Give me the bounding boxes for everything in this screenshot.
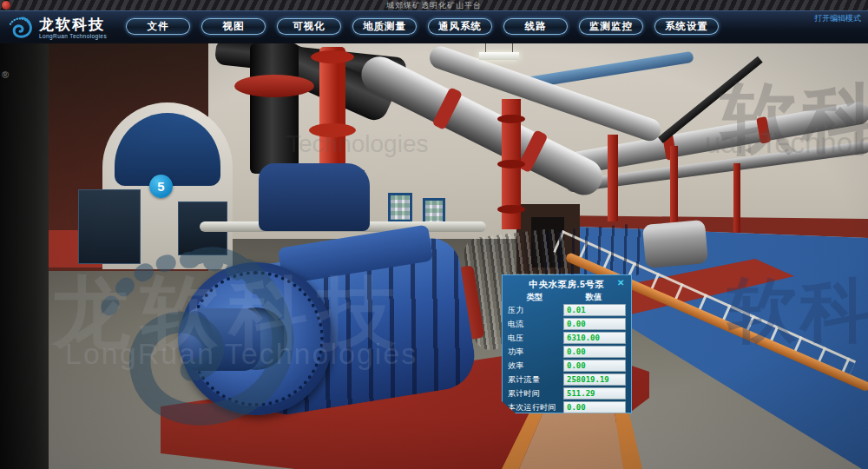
row-value: 6310.00 <box>563 332 626 344</box>
row-value: 0.01 <box>563 304 626 316</box>
pump-info-panel: 中央水泵房.5号泵 ✕ 类型 数值 压力 0.01 电流 0.00 电压 631… <box>502 274 632 413</box>
red-flange <box>234 75 314 97</box>
wall-control-board <box>423 198 445 224</box>
window-title: 城郊煤矿透明化矿山平台 <box>386 0 482 10</box>
title-bar: 城郊煤矿透明化矿山平台 <box>0 0 868 10</box>
row-label: 本次运行时间 <box>508 402 563 413</box>
ceiling-lamp <box>479 52 519 60</box>
scene-3d-viewport[interactable]: ® 软科技 uan Technologies 软科技 Technologies … <box>0 43 868 469</box>
pump-badge-5[interactable]: 5 <box>149 175 173 198</box>
table-row: 功率 0.00 <box>508 345 626 359</box>
column-header-value: 数值 <box>562 292 626 303</box>
close-icon[interactable]: ✕ <box>617 279 625 287</box>
column-header-type: 类型 <box>508 292 562 303</box>
red-flange <box>311 50 354 63</box>
menu-button-visualization[interactable]: 可视化 <box>277 18 341 35</box>
brand-subtitle: LongRuan Technologies <box>39 33 107 39</box>
red-pipe-vertical <box>733 163 740 233</box>
table-row: 累计流量 258019.19 <box>508 373 626 386</box>
row-value: 0.00 <box>563 346 626 358</box>
distant-motor <box>642 220 708 268</box>
menu-button-monitoring[interactable]: 监测监控 <box>579 18 643 35</box>
row-value: 258019.19 <box>563 373 626 386</box>
table-row: 电流 0.00 <box>508 317 626 331</box>
table-row: 本次运行时间 0.00 <box>508 400 626 414</box>
row-label: 累计流量 <box>508 374 563 386</box>
row-label: 效率 <box>508 360 563 372</box>
row-value: 0.00 <box>563 318 626 330</box>
red-pipe-vertical <box>502 99 521 229</box>
row-value: 511.29 <box>563 387 626 400</box>
scene-arch-navy-panel <box>115 113 220 186</box>
brand-logo: 龙软科技 LongRuan Technologies <box>5 13 107 43</box>
panel-title-row: 中央水泵房.5号泵 ✕ <box>508 278 626 292</box>
black-pipe-vertical <box>250 43 299 174</box>
menu-button-lines[interactable]: 线路 <box>503 18 568 35</box>
row-value: 0.00 <box>563 401 626 413</box>
wall-control-board <box>388 193 412 222</box>
panel-header-row: 类型 数值 <box>508 292 626 303</box>
dragon-logo-icon <box>5 13 35 43</box>
menu-button-ventilation-system[interactable]: 通风系统 <box>428 18 492 35</box>
table-row: 电压 6310.00 <box>508 331 626 345</box>
menu-button-geological-survey[interactable]: 地质测量 <box>352 18 417 35</box>
menu-button-system-settings[interactable]: 系统设置 <box>654 18 719 35</box>
menu-button-file[interactable]: 文件 <box>126 18 190 35</box>
red-flange <box>309 123 356 137</box>
table-row: 效率 0.00 <box>508 359 626 373</box>
watermark-top-en: Technologies <box>286 130 428 158</box>
open-edit-mode-link[interactable]: 打开编辑模式 <box>814 13 861 24</box>
dragon-watermark <box>61 213 321 468</box>
brand-name: 龙软科技 <box>39 17 107 33</box>
red-dragon-icon <box>2 1 10 10</box>
table-row: 累计时间 511.29 <box>508 386 626 400</box>
menu-bar: 龙软科技 LongRuan Technologies 文件 视图 可视化 地质测… <box>0 10 868 43</box>
row-label: 功率 <box>508 347 563 358</box>
row-label: 压力 <box>508 305 563 316</box>
app-window: 城郊煤矿透明化矿山平台 龙软科技 LongRuan Technologies 文… <box>0 0 868 469</box>
red-pipe-vertical <box>670 146 678 226</box>
panel-title: 中央水泵房.5号泵 <box>529 279 605 289</box>
menu-button-view[interactable]: 视图 <box>201 18 266 35</box>
red-pipe-vertical <box>608 135 618 221</box>
red-pipe-vertical <box>319 47 345 168</box>
row-label: 电流 <box>508 319 563 330</box>
row-value: 0.00 <box>563 360 626 372</box>
row-label: 累计时间 <box>508 388 563 400</box>
scene-left-dark-strip <box>0 43 49 469</box>
menu-items: 文件 视图 可视化 地质测量 通风系统 线路 监测监控 系统设置 <box>126 18 719 35</box>
table-row: 压力 0.01 <box>508 303 626 317</box>
row-label: 电压 <box>508 333 563 344</box>
